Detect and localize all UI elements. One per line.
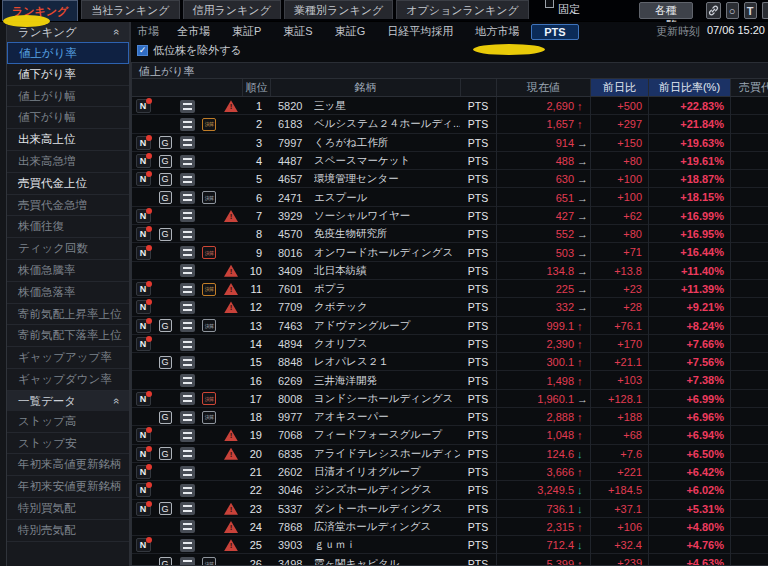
sidebar-item-値下がり率[interactable]: 値下がり率 <box>7 64 129 86</box>
table-row[interactable]: N!197068フィードフォースグループPTS1,048↑+68+6.94% <box>132 426 768 444</box>
sidebar-item-寄前気配上昇率上位[interactable]: 寄前気配上昇率上位 <box>7 304 129 326</box>
g-icon[interactable]: G <box>159 447 172 460</box>
table-row[interactable]: 166269三井海洋開発PTS1,498↑+103+7.38% <box>132 371 768 389</box>
sidebar-item-寄前気配下落率上位[interactable]: 寄前気配下落率上位 <box>7 325 129 347</box>
earnings-badge[interactable]: 決算 <box>202 283 216 296</box>
earnings-badge[interactable]: 決算 <box>202 319 216 332</box>
sidebar-item-出来高上位[interactable]: 出来高上位 <box>7 129 129 151</box>
menu-icon[interactable] <box>180 209 195 222</box>
news-icon[interactable]: N <box>136 465 151 479</box>
sidebar-item-ストップ高[interactable]: ストップ高 <box>7 411 129 433</box>
table-row[interactable]: NG決算137463アドヴァングループPTS999.1↑+76.1+8.24% <box>132 317 768 335</box>
menu-icon[interactable] <box>180 264 195 277</box>
table-row[interactable]: G決算263498霞ヶ関キャピタルPTS5,399↑+239+4.63% <box>132 554 768 566</box>
table-row[interactable]: G決算62471エスプールPTS651→+100+18.15% <box>132 188 768 206</box>
table-row[interactable]: !247868広済堂ホールディングスPTS2,315↑+106+4.80% <box>132 518 768 536</box>
news-icon[interactable]: N <box>136 300 151 314</box>
top-tab-当社ランキング[interactable]: 当社ランキング <box>81 0 179 19</box>
menu-icon[interactable] <box>180 338 195 351</box>
sidebar-item-年初来高値更新銘柄[interactable]: 年初来高値更新銘柄 <box>7 454 129 476</box>
top-tab-信用ランキング[interactable]: 信用ランキング <box>183 0 281 19</box>
news-icon[interactable]: N <box>136 282 151 296</box>
menu-icon[interactable] <box>180 356 195 369</box>
news-icon[interactable]: N <box>136 227 151 241</box>
menu-icon[interactable] <box>180 283 195 296</box>
news-icon[interactable]: N <box>136 136 151 150</box>
g-icon[interactable]: G <box>159 191 172 204</box>
market-tab-日経平均採用[interactable]: 日経平均採用 <box>377 23 463 40</box>
table-row[interactable]: N223046ジンズホールディングスPTS3,249.5↓+184.5+6.02… <box>132 481 768 499</box>
g-icon[interactable]: G <box>159 411 172 424</box>
news-icon[interactable]: N <box>136 483 151 497</box>
collapse-chevron-icon[interactable]: « <box>107 29 127 35</box>
rank-fix-checkbox[interactable]: ランキング順位固定 <box>545 0 639 17</box>
table-row[interactable]: NG44487スペースマーケットPTS488→+80+19.61% <box>132 152 768 170</box>
menu-icon[interactable] <box>180 392 195 405</box>
table-row[interactable]: N144894クオリプスPTS2,390↑+170+7.66% <box>132 335 768 353</box>
col-name[interactable]: 銘柄 <box>270 79 460 96</box>
market-tab-PTS[interactable]: PTS <box>531 24 578 40</box>
col-change[interactable]: 前日比 <box>590 79 648 96</box>
news-icon[interactable]: N <box>136 538 151 552</box>
g-icon[interactable]: G <box>159 319 172 332</box>
news-icon[interactable]: N <box>136 154 151 168</box>
news-icon[interactable]: N <box>136 246 151 260</box>
news-icon[interactable]: N <box>136 447 151 461</box>
sidebar-item-値上がり幅[interactable]: 値上がり幅 <box>7 86 129 108</box>
various-list-button[interactable]: 各種一覧 <box>639 2 693 19</box>
news-icon[interactable]: N <box>136 392 151 406</box>
news-icon[interactable]: N <box>136 99 151 113</box>
menu-icon[interactable] <box>180 136 195 149</box>
table-row[interactable]: !103409北日本紡績PTS134.8→+13.8+11.40% <box>132 262 768 280</box>
menu-icon[interactable] <box>180 484 195 497</box>
table-row[interactable]: N決算98016オンワードホールディングスPTS503→+71+16.44% <box>132 243 768 261</box>
g-icon[interactable]: G <box>159 356 172 369</box>
top-tab-オプションランキング[interactable]: オプションランキング <box>396 0 529 19</box>
g-icon[interactable]: G <box>159 228 172 241</box>
table-row[interactable]: 決算26183ベルシステム２４ホールディ...PTS1,657↑+297+21.… <box>132 115 768 133</box>
menu-icon[interactable] <box>180 191 195 204</box>
table-row[interactable]: N決算!117601ポプラPTS225→+23+11.39% <box>132 280 768 298</box>
market-tab-全市場[interactable]: 全市場 <box>167 23 220 40</box>
table-row[interactable]: N決算178008ヨンドシーホールディングスPTS1,960.1→+128.1+… <box>132 390 768 408</box>
market-tab-東証S[interactable]: 東証S <box>273 23 322 40</box>
menu-icon[interactable] <box>180 173 195 186</box>
menu-icon[interactable] <box>180 466 195 479</box>
menu-icon[interactable] <box>180 155 195 168</box>
table-row[interactable]: N!253903ｇｕｍｉPTS712.4↓+32.4+4.76% <box>132 536 768 554</box>
sidebar-item-年初来安値更新銘柄[interactable]: 年初来安値更新銘柄 <box>7 476 129 498</box>
sidebar-item-株価急騰率[interactable]: 株価急騰率 <box>7 260 129 282</box>
menu-icon[interactable] <box>180 429 195 442</box>
menu-icon[interactable] <box>180 539 195 552</box>
col-pct[interactable]: 前日比率(%) <box>648 79 730 96</box>
table-row[interactable]: NG54657環境管理センターPTS630→+100+18.87% <box>132 170 768 188</box>
news-icon[interactable]: N <box>136 428 151 442</box>
sidebar-item-値下がり幅[interactable]: 値下がり幅 <box>7 107 129 129</box>
table-row[interactable]: G158848レオパレス２１PTS300.1↑+21.1+7.56% <box>132 353 768 371</box>
sidebar-item-特別買気配[interactable]: 特別買気配 <box>7 498 129 520</box>
menu-icon[interactable] <box>180 447 195 460</box>
table-row[interactable]: N!127709クボテックPTS332→+28+9.21% <box>132 298 768 316</box>
top-tab-ランキング[interactable]: ランキング <box>2 0 78 21</box>
earnings-badge[interactable]: 決算 <box>202 411 216 424</box>
table-row[interactable]: N!73929ソーシャルワイヤーPTS427→+62+16.99% <box>132 207 768 225</box>
sidebar-section-header[interactable]: 一覧データ« <box>7 391 129 411</box>
earnings-badge[interactable]: 決算 <box>202 246 216 259</box>
sidebar-item-特別売気配[interactable]: 特別売気配 <box>7 520 129 542</box>
earnings-badge[interactable]: 決算 <box>202 557 216 566</box>
news-icon[interactable]: N <box>136 209 151 223</box>
menu-icon[interactable] <box>180 319 195 332</box>
sidebar-item-ストップ安[interactable]: ストップ安 <box>7 433 129 455</box>
sidebar-item-ギャップアップ率[interactable]: ギャップアップ率 <box>7 347 129 369</box>
refresh-icon[interactable]: ○ <box>726 2 739 19</box>
table-row[interactable]: N212602日清オイリオグループPTS3,666↑+221+6.42% <box>132 463 768 481</box>
menu-icon[interactable] <box>180 502 195 515</box>
menu-icon[interactable] <box>180 557 195 566</box>
sidebar-item-ティック回数[interactable]: ティック回数 <box>7 238 129 260</box>
market-tab-東証G[interactable]: 東証G <box>325 23 376 40</box>
col-price[interactable]: 現在値 <box>496 79 590 96</box>
earnings-badge[interactable]: 決算 <box>202 118 216 131</box>
sidebar-item-株価往復[interactable]: 株価往復 <box>7 216 129 238</box>
menu-icon[interactable] <box>180 411 195 424</box>
collapse-chevron-icon[interactable]: « <box>107 398 127 404</box>
